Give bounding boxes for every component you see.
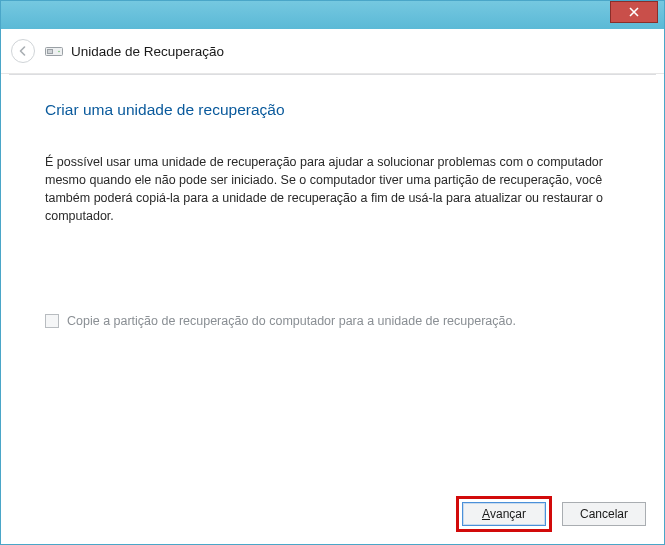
wizard-content: Criar uma unidade de recuperação É possí… <box>1 75 664 484</box>
wizard-title: Unidade de Recuperação <box>71 44 224 59</box>
close-icon <box>629 7 639 17</box>
svg-rect-1 <box>48 50 53 54</box>
recovery-drive-window: Unidade de Recuperação Criar uma unidade… <box>0 0 665 545</box>
page-description: É possível usar uma unidade de recuperaç… <box>45 153 605 226</box>
back-button[interactable] <box>11 39 35 63</box>
copy-partition-checkbox: Copie a partição de recuperação do compu… <box>45 314 620 328</box>
checkbox-label: Copie a partição de recuperação do compu… <box>67 314 516 328</box>
titlebar <box>1 1 664 29</box>
cancel-button[interactable]: Cancelar <box>562 502 646 526</box>
close-button[interactable] <box>610 1 658 23</box>
back-arrow-icon <box>17 45 29 57</box>
next-button[interactable]: Avançar <box>462 502 546 526</box>
drive-icon <box>45 45 63 57</box>
next-button-mnemonic: A <box>482 507 490 521</box>
svg-point-2 <box>58 51 60 53</box>
wizard-header: Unidade de Recuperação <box>1 29 664 74</box>
checkbox-box <box>45 314 59 328</box>
next-button-rest: vançar <box>490 507 526 521</box>
tutorial-highlight: Avançar <box>456 496 552 532</box>
wizard-footer: Avançar Cancelar <box>1 484 664 544</box>
page-title: Criar uma unidade de recuperação <box>45 101 620 119</box>
